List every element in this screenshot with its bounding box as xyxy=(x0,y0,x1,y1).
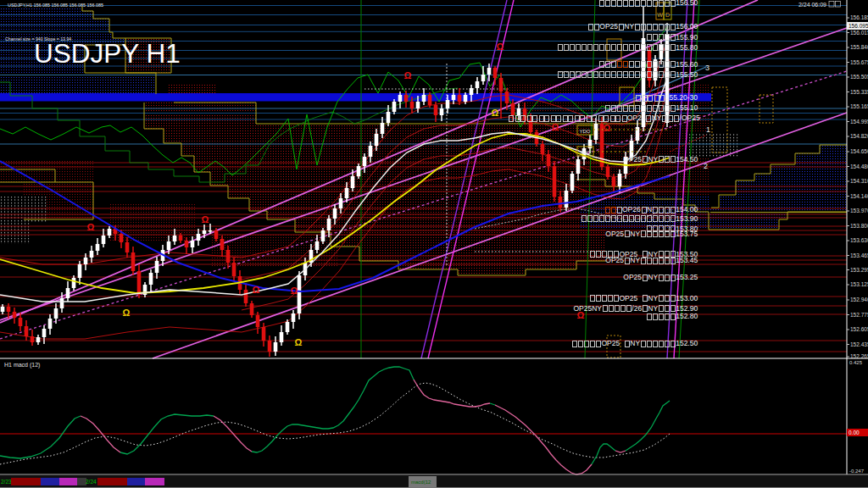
svg-text:155.60: 155.60 xyxy=(676,60,698,69)
svg-text:Ω: Ω xyxy=(552,122,559,132)
svg-text:2/23: 2/23 xyxy=(1,479,12,485)
svg-text:155.80: 155.80 xyxy=(676,43,698,52)
svg-text:155.675: 155.675 xyxy=(850,59,868,65)
svg-text:Ω: Ω xyxy=(202,214,209,225)
svg-text:156.00: 156.00 xyxy=(676,22,698,30)
svg-text:155.165: 155.165 xyxy=(850,103,868,109)
svg-text:NY: NY xyxy=(652,114,662,122)
svg-text:NY: NY xyxy=(648,155,658,164)
svg-text:156.185: 156.185 xyxy=(850,14,868,20)
svg-text:153.465: 153.465 xyxy=(850,252,868,258)
svg-text:156.50: 156.50 xyxy=(676,0,698,7)
svg-text:153.970: 153.970 xyxy=(850,208,868,214)
svg-text:153.75: 153.75 xyxy=(676,230,698,238)
svg-text:156.015: 156.015 xyxy=(850,30,868,36)
svg-text:153.125: 153.125 xyxy=(850,281,868,287)
svg-text:152.946: 152.946 xyxy=(850,297,868,302)
svg-text:154.50: 154.50 xyxy=(676,155,698,164)
svg-text:N: N xyxy=(647,205,652,214)
svg-text:153.800: 153.800 xyxy=(850,223,868,229)
svg-text:/OP25: /OP25 xyxy=(680,114,700,122)
svg-text:154.310: 154.310 xyxy=(850,178,868,184)
svg-text:0.00: 0.00 xyxy=(849,430,860,435)
svg-text:152.605: 152.605 xyxy=(850,326,868,332)
svg-text:NY: NY xyxy=(648,273,658,281)
svg-text:Ω: Ω xyxy=(604,123,611,133)
svg-text:154.140: 154.140 xyxy=(850,193,868,199)
svg-text:Ω: Ω xyxy=(404,70,412,80)
svg-text:NY: NY xyxy=(648,294,658,302)
svg-text:1: 1 xyxy=(706,125,710,134)
svg-text:W: W xyxy=(657,12,663,18)
svg-text:152.80: 152.80 xyxy=(676,312,698,320)
svg-text:2/24 06:09: 2/24 06:09 xyxy=(798,2,826,8)
svg-text:YDO: YDO xyxy=(579,129,590,134)
svg-text:/26: /26 xyxy=(632,304,642,313)
svg-text:152.435: 152.435 xyxy=(850,341,868,347)
svg-text:OP25: OP25 xyxy=(623,273,642,281)
svg-text:Ω: Ω xyxy=(253,285,260,295)
svg-text:155.50: 155.50 xyxy=(676,70,698,79)
svg-text:NY: NY xyxy=(630,230,640,238)
svg-text:153.295: 153.295 xyxy=(850,267,868,273)
svg-text:153.45: 153.45 xyxy=(676,256,698,264)
svg-text:155.90: 155.90 xyxy=(676,33,698,42)
svg-text:Ω: Ω xyxy=(123,308,131,318)
svg-text:NY: NY xyxy=(630,256,640,264)
svg-text:Ω: Ω xyxy=(291,286,298,296)
svg-text:154.650: 154.650 xyxy=(850,148,868,154)
svg-text:YDC: YDC xyxy=(580,150,591,155)
svg-text:Ω: Ω xyxy=(87,222,95,232)
svg-text:NY: NY xyxy=(648,304,658,313)
svg-text:macd(12: macd(12 xyxy=(411,480,431,485)
svg-text:OP26: OP26 xyxy=(622,205,641,214)
svg-text:Ω: Ω xyxy=(492,108,499,118)
svg-text:154.995: 154.995 xyxy=(850,119,868,125)
svg-text:NY: NY xyxy=(630,339,640,347)
svg-text:152.265: 152.265 xyxy=(850,353,868,359)
svg-text:OP25: OP25 xyxy=(623,155,642,164)
svg-text:OP25: OP25 xyxy=(605,230,624,238)
svg-text:OP25: OP25 xyxy=(602,339,620,347)
svg-text:OP25: OP25 xyxy=(605,256,624,264)
svg-text:154.00: 154.00 xyxy=(676,205,698,214)
svg-text:NY: NY xyxy=(624,22,634,30)
svg-text:155.335: 155.335 xyxy=(850,89,868,95)
svg-text:USDJPY H1: USDJPY H1 xyxy=(34,38,181,69)
svg-text:2/24: 2/24 xyxy=(86,479,97,485)
svg-text:3: 3 xyxy=(705,64,709,72)
svg-text:155.20-30: 155.20-30 xyxy=(665,93,698,102)
svg-text:152.50: 152.50 xyxy=(676,339,698,347)
svg-text:D: D xyxy=(665,12,670,18)
svg-text:155.846: 155.846 xyxy=(850,44,868,50)
svg-text:152.775: 152.775 xyxy=(850,312,868,318)
svg-text:NY: NY xyxy=(648,250,658,258)
svg-text:Ω: Ω xyxy=(295,337,303,347)
svg-text:0.425: 0.425 xyxy=(849,360,863,365)
svg-text:OP25NY: OP25NY xyxy=(573,304,602,313)
svg-text:Ω: Ω xyxy=(497,42,504,52)
svg-text:154.820: 154.820 xyxy=(850,133,868,139)
svg-text:USDJPY,H1 156.085 156.085 156: USDJPY,H1 156.085 156.085 156.085 156.08… xyxy=(8,3,103,8)
svg-text:154.480: 154.480 xyxy=(850,164,868,169)
svg-text:2: 2 xyxy=(704,162,708,170)
svg-text:155.10: 155.10 xyxy=(676,103,698,112)
svg-text:-0.247: -0.247 xyxy=(849,469,865,474)
svg-text:H1 macd (12): H1 macd (12) xyxy=(4,362,40,369)
svg-text:153.00: 153.00 xyxy=(676,294,698,302)
svg-text:OP25: OP25 xyxy=(599,22,618,30)
svg-text:153.90: 153.90 xyxy=(676,214,698,223)
svg-text:155.505: 155.505 xyxy=(850,74,868,80)
svg-text:OP25: OP25 xyxy=(620,294,638,302)
svg-text:156.095: 156.095 xyxy=(849,23,868,29)
svg-text:153.25: 153.25 xyxy=(676,273,698,281)
svg-text:OP24: OP24 xyxy=(627,114,646,122)
svg-text:153.630: 153.630 xyxy=(850,237,868,243)
